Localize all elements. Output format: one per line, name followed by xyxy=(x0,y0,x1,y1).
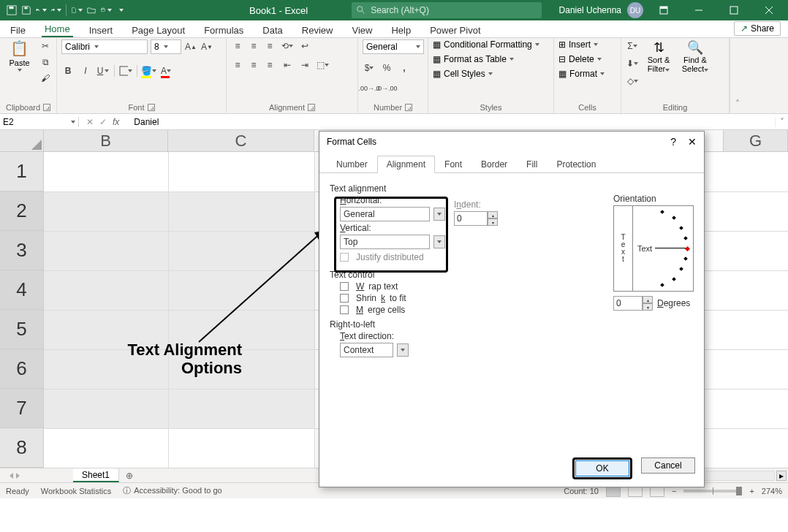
select-all-triangle[interactable] xyxy=(0,130,44,152)
window-ribbon-options[interactable] xyxy=(649,0,678,20)
decrease-font-icon[interactable]: A▼ xyxy=(200,40,213,53)
wrap-text-button[interactable]: ↩ xyxy=(298,39,311,53)
row-header-1[interactable]: 1 xyxy=(0,152,44,191)
search-box[interactable]: Search (Alt+Q) xyxy=(352,2,542,18)
percent-button[interactable]: % xyxy=(380,61,393,75)
dlg-tab-protection[interactable]: Protection xyxy=(547,156,605,173)
alignment-dialog-launcher[interactable] xyxy=(308,104,315,111)
cancel-formula-icon[interactable]: ✕ xyxy=(86,117,94,127)
qat-customize-icon[interactable] xyxy=(115,4,126,16)
chevron-down-icon[interactable] xyxy=(433,208,445,221)
format-painter-icon[interactable]: 🖌 xyxy=(39,72,52,85)
format-as-table-button[interactable]: ▦Format as Table xyxy=(433,54,514,64)
col-header-c[interactable]: C xyxy=(168,130,314,152)
new-file-icon[interactable] xyxy=(71,4,83,16)
cut-icon[interactable]: ✂ xyxy=(39,39,52,53)
fill-button[interactable]: ⬇ xyxy=(626,57,639,70)
name-box[interactable]: E2 xyxy=(0,117,79,127)
redo-icon[interactable] xyxy=(50,4,61,16)
increase-font-icon[interactable]: A▲ xyxy=(184,40,197,53)
horizontal-alignment-select[interactable]: General xyxy=(340,207,430,221)
share-button[interactable]: ↗ Share xyxy=(734,21,781,36)
font-color-button[interactable]: A xyxy=(159,64,173,77)
tab-view[interactable]: View xyxy=(349,23,375,37)
expand-formula-bar[interactable]: ˅ xyxy=(775,117,788,127)
conditional-formatting-button[interactable]: ▦Conditional Formatting xyxy=(433,39,539,50)
chevron-down-icon[interactable] xyxy=(397,343,409,357)
status-accessibility[interactable]: ⓘAccessibility: Good to go xyxy=(123,485,221,496)
underline-button[interactable]: U xyxy=(96,64,110,77)
tab-help[interactable]: Help xyxy=(388,23,414,37)
tab-data[interactable]: Data xyxy=(259,23,285,37)
orientation-handle[interactable] xyxy=(685,246,690,251)
align-right-icon[interactable]: ≡ xyxy=(263,58,276,72)
bold-button[interactable]: B xyxy=(61,64,75,77)
align-center-icon[interactable]: ≡ xyxy=(247,58,260,72)
row-header-3[interactable]: 3 xyxy=(0,231,44,270)
add-sheet-button[interactable]: ⊕ xyxy=(119,468,140,482)
degrees-input[interactable]: 0 xyxy=(613,296,643,311)
row-header-8[interactable]: 8 xyxy=(0,428,44,468)
ok-button[interactable]: OK xyxy=(575,460,629,476)
font-dialog-launcher[interactable] xyxy=(148,104,155,111)
sort-filter-button[interactable]: ⇅ Sort &Filter xyxy=(642,39,675,73)
window-maximize[interactable] xyxy=(719,0,749,20)
tab-page-layout[interactable]: Page Layout xyxy=(129,23,188,37)
indent-spin-up[interactable]: ▴ xyxy=(488,211,498,218)
decrease-indent-icon[interactable]: ⇤ xyxy=(281,58,294,72)
row-header-5[interactable]: 5 xyxy=(0,310,44,349)
row-header-6[interactable]: 6 xyxy=(0,349,44,389)
align-left-icon[interactable]: ≡ xyxy=(231,58,244,72)
tab-formulas[interactable]: Formulas xyxy=(201,23,246,37)
row-header-2[interactable]: 2 xyxy=(0,191,44,231)
tab-file[interactable]: File xyxy=(7,23,29,37)
tab-power-pivot[interactable]: Power Pivot xyxy=(427,23,483,37)
tab-review[interactable]: Review xyxy=(299,23,336,37)
save-icon[interactable] xyxy=(20,4,32,16)
font-name-combo[interactable]: Calibri xyxy=(61,39,148,54)
copy-icon[interactable]: ⧉ xyxy=(39,56,52,69)
align-top-icon[interactable]: ≡ xyxy=(231,39,244,53)
vertical-alignment-select[interactable]: Top xyxy=(340,235,430,249)
quickprint-icon[interactable] xyxy=(100,4,112,16)
window-close[interactable] xyxy=(754,0,784,20)
collapse-ribbon-button[interactable]: ˄ xyxy=(730,38,744,113)
autosave-toggle-icon[interactable] xyxy=(6,4,18,16)
decrease-decimal-icon[interactable]: .0→.00 xyxy=(380,82,393,95)
formula-bar[interactable]: Daniel xyxy=(126,117,159,127)
number-format-combo[interactable]: General xyxy=(363,39,424,54)
row-header-7[interactable]: 7 xyxy=(0,389,44,428)
dialog-help-button[interactable]: ? xyxy=(670,136,676,148)
align-middle-icon[interactable]: ≡ xyxy=(247,39,260,53)
dlg-tab-border[interactable]: Border xyxy=(471,156,517,173)
open-icon[interactable] xyxy=(86,4,97,16)
number-dialog-launcher[interactable] xyxy=(405,104,412,111)
insert-cells-button[interactable]: ⊞Insert xyxy=(558,39,598,50)
dlg-tab-number[interactable]: Number xyxy=(327,156,377,173)
user-avatar[interactable]: DU xyxy=(627,2,643,18)
tab-home[interactable]: Home xyxy=(42,22,73,37)
italic-button[interactable]: I xyxy=(79,64,92,77)
insert-function-icon[interactable]: fx xyxy=(113,117,119,127)
increase-decimal-icon[interactable]: .00→.0 xyxy=(363,82,376,95)
tab-insert[interactable]: Insert xyxy=(86,23,116,37)
tab-scroll-buttons[interactable] xyxy=(0,468,29,482)
font-size-combo[interactable]: 8 xyxy=(151,39,181,54)
zoom-in-button[interactable]: + xyxy=(749,487,754,495)
clear-button[interactable]: ◇ xyxy=(626,75,639,88)
sheet-tab[interactable]: Sheet1 xyxy=(73,468,119,482)
fill-color-button[interactable]: 🪣 xyxy=(142,64,155,77)
dialog-close-button[interactable]: ✕ xyxy=(688,136,697,148)
dialog-titlebar[interactable]: Format Cells ? ✕ xyxy=(319,132,704,152)
zoom-out-button[interactable]: − xyxy=(672,487,676,495)
comma-button[interactable]: , xyxy=(398,61,411,75)
zoom-level[interactable]: 274% xyxy=(762,487,782,495)
cell-styles-button[interactable]: ▦Cell Styles xyxy=(433,69,493,79)
borders-button[interactable] xyxy=(119,64,132,77)
status-workbook-stats[interactable]: Workbook Statistics xyxy=(41,487,111,495)
col-header-g[interactable]: G xyxy=(724,130,788,152)
enter-formula-icon[interactable]: ✓ xyxy=(99,117,107,127)
row-header-4[interactable]: 4 xyxy=(0,270,44,310)
degrees-spin-up[interactable]: ▴ xyxy=(643,296,653,303)
increase-indent-icon[interactable]: ⇥ xyxy=(298,58,311,72)
